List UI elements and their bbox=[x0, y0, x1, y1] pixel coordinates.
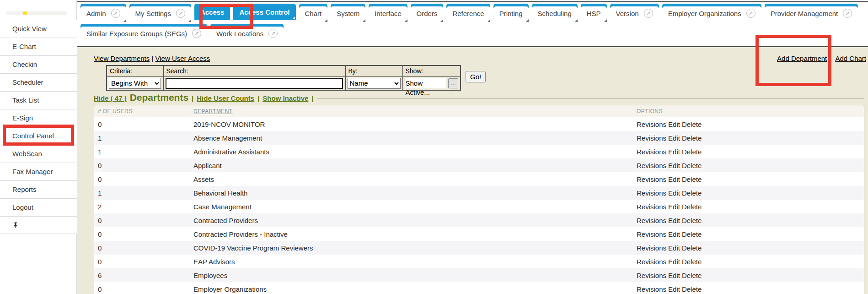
tab-admin[interactable]: Admin↗ bbox=[80, 4, 126, 20]
external-link-icon[interactable]: ↗ bbox=[111, 9, 120, 18]
tab-access[interactable]: Access bbox=[194, 4, 230, 20]
search-input[interactable] bbox=[166, 78, 343, 89]
revisions-link[interactable]: Revisions bbox=[637, 120, 666, 128]
edit-link[interactable]: Edit bbox=[668, 230, 680, 238]
edit-link[interactable]: Edit bbox=[668, 285, 680, 293]
delete-link[interactable]: Delete bbox=[682, 148, 702, 156]
delete-link[interactable]: Delete bbox=[682, 285, 702, 293]
tab-similar-exposure-groups-segs-[interactable]: Similar Exposure Groups (SEGs)↗ bbox=[80, 24, 207, 40]
revisions-link[interactable]: Revisions bbox=[637, 230, 666, 238]
table-row: 02019-NCOV MONITORRevisionsEditDelete bbox=[94, 117, 864, 131]
by-select[interactable]: Name bbox=[348, 78, 401, 89]
tab-reference[interactable]: Reference bbox=[446, 4, 490, 20]
sidebar-item-quick-view[interactable]: Quick View bbox=[0, 20, 77, 38]
sidebar-menu: Quick ViewE-ChartCheckinSchedulerTask Li… bbox=[0, 20, 77, 234]
department-column-header[interactable]: DEPARTMENT bbox=[193, 108, 233, 114]
department-name-cell: Assets bbox=[193, 175, 637, 183]
tab-my-settings[interactable]: My Settings↗ bbox=[129, 4, 191, 20]
sidebar-item-logout[interactable]: Logout bbox=[0, 198, 77, 216]
revisions-link[interactable]: Revisions bbox=[637, 272, 666, 279]
sidebar-item-reports[interactable]: Reports bbox=[0, 180, 77, 198]
tab-system[interactable]: System bbox=[331, 4, 365, 20]
sidebar-pin-toggle[interactable] bbox=[0, 216, 77, 234]
revisions-link[interactable]: Revisions bbox=[637, 148, 666, 156]
delete-link[interactable]: Delete bbox=[682, 134, 702, 142]
edit-link[interactable]: Edit bbox=[668, 162, 680, 169]
sidebar-item-control-panel[interactable]: Control Panel bbox=[0, 127, 77, 145]
delete-link[interactable]: Delete bbox=[682, 230, 702, 238]
department-name-cell: Contracted Providers bbox=[193, 217, 637, 224]
show-filter-more-button[interactable]: ... bbox=[448, 78, 458, 88]
go-button[interactable]: Go! bbox=[466, 71, 486, 82]
external-link-icon[interactable]: ↗ bbox=[268, 29, 278, 38]
external-link-icon[interactable]: ↗ bbox=[176, 9, 185, 18]
sidebar-item-scheduler[interactable]: Scheduler bbox=[0, 73, 77, 91]
external-link-icon[interactable]: ↗ bbox=[843, 9, 852, 18]
edit-link[interactable]: Edit bbox=[668, 203, 680, 211]
sidebar-item-e-chart[interactable]: E-Chart bbox=[0, 38, 77, 55]
revisions-link[interactable]: Revisions bbox=[637, 285, 666, 293]
tab-printing[interactable]: Printing bbox=[493, 4, 529, 20]
edit-link[interactable]: Edit bbox=[668, 148, 680, 156]
table-row: 0EAP AdvisorsRevisionsEditDelete bbox=[94, 255, 864, 268]
criteria-select[interactable]: Begins With bbox=[109, 78, 161, 89]
edit-link[interactable]: Edit bbox=[668, 244, 680, 252]
delete-link[interactable]: Delete bbox=[682, 189, 702, 197]
external-link-icon[interactable]: ↗ bbox=[192, 29, 201, 38]
delete-link[interactable]: Delete bbox=[682, 175, 702, 183]
main-content-panel: View Departments | View User Access Add … bbox=[77, 46, 868, 294]
delete-link[interactable]: Delete bbox=[682, 162, 702, 169]
edit-link[interactable]: Edit bbox=[668, 175, 680, 183]
options-cell: RevisionsEditDelete bbox=[637, 148, 864, 156]
view-user-access-link[interactable]: View User Access bbox=[155, 54, 210, 62]
tab-interface[interactable]: Interface bbox=[369, 4, 407, 20]
edit-link[interactable]: Edit bbox=[668, 120, 680, 128]
external-link-icon[interactable]: ↗ bbox=[644, 9, 653, 18]
tab-chart[interactable]: Chart bbox=[299, 4, 328, 20]
revisions-link[interactable]: Revisions bbox=[637, 244, 666, 252]
edit-link[interactable]: Edit bbox=[668, 272, 680, 279]
hide-count-link[interactable]: Hide ( 47 ) bbox=[94, 94, 127, 102]
delete-link[interactable]: Delete bbox=[682, 120, 702, 128]
sidebar-item-task-list[interactable]: Task List bbox=[0, 91, 77, 109]
sidebar-item-checkin[interactable]: Checkin bbox=[0, 55, 77, 73]
edit-link[interactable]: Edit bbox=[668, 258, 680, 266]
view-departments-link[interactable]: View Departments bbox=[94, 54, 150, 62]
tab-label: Reference bbox=[452, 10, 484, 17]
revisions-link[interactable]: Revisions bbox=[637, 203, 666, 211]
revisions-link[interactable]: Revisions bbox=[637, 258, 666, 266]
edit-link[interactable]: Edit bbox=[668, 217, 680, 224]
delete-link[interactable]: Delete bbox=[682, 244, 702, 252]
sidebar-item-fax-manager[interactable]: Fax Manager bbox=[0, 163, 77, 180]
revisions-link[interactable]: Revisions bbox=[637, 175, 666, 183]
tab-version[interactable]: Version↗ bbox=[610, 4, 659, 20]
tab-scheduling[interactable]: Scheduling bbox=[532, 4, 578, 20]
tab-label: System bbox=[337, 10, 359, 17]
add-chart-link[interactable]: Add Chart bbox=[835, 54, 866, 62]
show-inactive-link[interactable]: Show Inactive bbox=[263, 94, 308, 102]
edit-link[interactable]: Edit bbox=[668, 134, 680, 142]
hide-user-counts-link[interactable]: Hide User Counts bbox=[197, 94, 254, 102]
delete-link[interactable]: Delete bbox=[682, 203, 702, 211]
tab-work-locations[interactable]: Work Locations↗ bbox=[210, 24, 284, 40]
delete-link[interactable]: Delete bbox=[682, 217, 702, 224]
add-department-link[interactable]: Add Department bbox=[777, 54, 827, 62]
revisions-link[interactable]: Revisions bbox=[637, 134, 666, 142]
search-label: Search: bbox=[163, 65, 345, 76]
revisions-link[interactable]: Revisions bbox=[637, 217, 666, 224]
sidebar-item-e-sign[interactable]: E-Sign bbox=[0, 109, 77, 127]
delete-link[interactable]: Delete bbox=[682, 258, 702, 266]
tab-employer-organizations[interactable]: Employer Organizations↗ bbox=[662, 4, 761, 20]
external-link-icon[interactable]: ↗ bbox=[746, 9, 755, 18]
tab-hsp[interactable]: HSP bbox=[581, 4, 607, 20]
tab-orders[interactable]: Orders bbox=[411, 4, 444, 20]
revisions-link[interactable]: Revisions bbox=[637, 162, 666, 169]
tab-provider-management[interactable]: Provider Management↗ bbox=[765, 4, 858, 20]
tab-access-control[interactable]: Access Control bbox=[233, 4, 295, 20]
tab-label: Work Locations bbox=[216, 30, 263, 38]
revisions-link[interactable]: Revisions bbox=[637, 189, 666, 197]
sidebar-item-webscan[interactable]: WebScan bbox=[0, 145, 77, 163]
tab-label: Version bbox=[616, 10, 639, 17]
delete-link[interactable]: Delete bbox=[682, 272, 702, 279]
edit-link[interactable]: Edit bbox=[668, 189, 680, 197]
